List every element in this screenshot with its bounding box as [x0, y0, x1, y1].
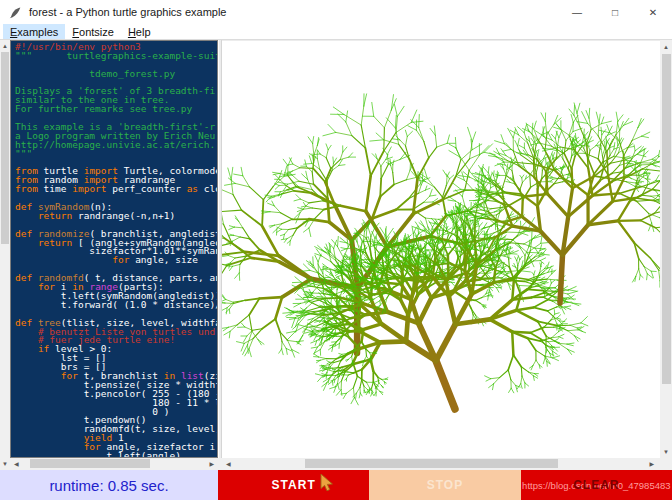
- close-button[interactable]: ✕: [634, 0, 672, 24]
- runtime-status: runtime: 0.85 sec.: [0, 470, 218, 500]
- menu-examples[interactable]: Examples: [3, 24, 65, 39]
- scroll-right-icon[interactable]: ▶: [649, 461, 654, 467]
- canvas-vscroll-thumb[interactable]: [662, 54, 671, 384]
- canvas-vertical-scrollbar[interactable]: ▲ ▼: [660, 40, 672, 458]
- window-title: forest - a Python turtle graphics exampl…: [29, 6, 226, 18]
- scroll-down-icon[interactable]: ▼: [2, 461, 8, 467]
- main-area: ▲ ▼ #!/usr/bin/env python3""" turtlegrap…: [0, 40, 672, 470]
- maximize-button[interactable]: □: [596, 0, 634, 24]
- canvas-horizontal-scrollbar[interactable]: ◀ ▶: [222, 458, 660, 470]
- menu-help[interactable]: Help: [121, 24, 158, 39]
- python-feather-icon: [9, 6, 22, 19]
- menu-fontsize[interactable]: Fontsize: [65, 24, 121, 39]
- title-bar: forest - a Python turtle graphics exampl…: [0, 0, 672, 24]
- clear-button[interactable]: https://blog.csdn.net/m0_47985483 CLEAR: [521, 470, 672, 500]
- forest-drawing: [222, 41, 660, 459]
- editor-vertical-scrollbar[interactable]: ▲ ▼: [0, 40, 10, 470]
- minimize-button[interactable]: —: [558, 0, 596, 24]
- menu-bar: ExamplesFontsizeHelp: [0, 24, 672, 40]
- start-button[interactable]: START: [218, 470, 369, 500]
- clear-button-label: CLEAR: [573, 478, 619, 492]
- editor-hscroll-thumb[interactable]: [30, 459, 150, 468]
- mouse-cursor: [320, 474, 336, 494]
- canvas-hscroll-thumb[interactable]: [305, 459, 558, 468]
- editor-vscroll-thumb[interactable]: [1, 52, 9, 244]
- window-controls: — □ ✕: [558, 0, 672, 24]
- scroll-up-icon[interactable]: ▲: [2, 43, 8, 49]
- scroll-right-icon[interactable]: ▶: [209, 461, 214, 467]
- scroll-down-icon[interactable]: ▼: [663, 449, 669, 455]
- scroll-left-icon[interactable]: ◀: [14, 461, 19, 467]
- turtle-canvas: [222, 40, 660, 458]
- code-lines: #!/usr/bin/env python3""" turtlegraphics…: [11, 41, 217, 458]
- turtledemo-window: forest - a Python turtle graphics exampl…: [0, 0, 672, 500]
- stop-button[interactable]: STOP: [369, 470, 520, 500]
- bottom-bar: runtime: 0.85 sec. START STOP https://bl…: [0, 470, 672, 500]
- scroll-left-icon[interactable]: ◀: [226, 461, 231, 467]
- scroll-up-icon[interactable]: ▲: [663, 44, 669, 50]
- scrollbar-corner: [660, 458, 672, 470]
- editor-horizontal-scrollbar[interactable]: ◀ ▶: [10, 458, 218, 470]
- code-editor[interactable]: #!/usr/bin/env python3""" turtlegraphics…: [10, 40, 218, 458]
